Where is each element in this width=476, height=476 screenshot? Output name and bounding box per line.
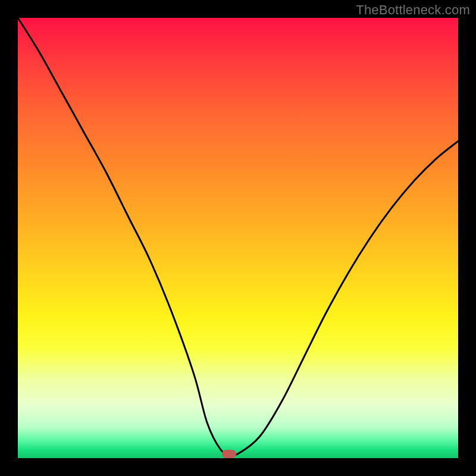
bottleneck-curve-path <box>18 18 458 455</box>
plot-area <box>18 18 458 458</box>
watermark-text: TheBottleneck.com <box>356 2 470 18</box>
chart-frame: TheBottleneck.com <box>0 0 476 476</box>
min-marker <box>222 450 236 458</box>
curve-svg <box>18 18 458 458</box>
